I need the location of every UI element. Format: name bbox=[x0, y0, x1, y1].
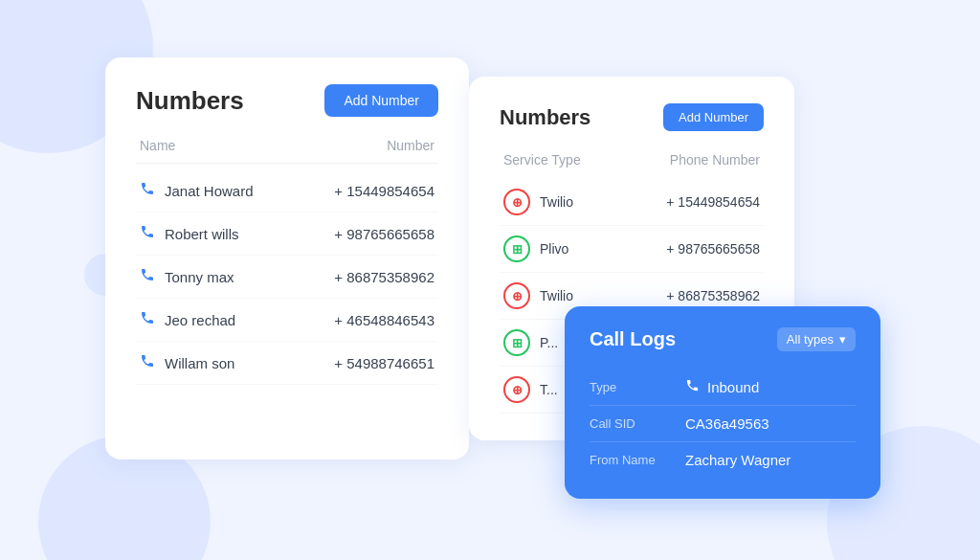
service-type-icon: ⊞ bbox=[503, 329, 530, 356]
call-logs-card: Call Logs All types ▾ Type Inbound Call … bbox=[565, 306, 880, 499]
service-number: + 98765665658 bbox=[655, 241, 760, 257]
contact-number: + 46548846543 bbox=[308, 312, 434, 328]
phone-icon bbox=[140, 224, 155, 243]
contact-number: + 86875358962 bbox=[308, 269, 434, 285]
service-number: + 15449854654 bbox=[655, 194, 760, 210]
log-label: Type bbox=[590, 380, 685, 394]
call-log-row: Type Inbound bbox=[590, 369, 856, 406]
chevron-down-icon: ▾ bbox=[839, 332, 846, 347]
log-value: CA36a49563 bbox=[685, 415, 769, 432]
contact-name: Tonny max bbox=[165, 269, 308, 285]
service-type-icon: ⊕ bbox=[503, 189, 530, 215]
table-header-secondary: Service Type Phone Number bbox=[500, 152, 764, 175]
contact-row[interactable]: Robert wills + 98765665658 bbox=[136, 213, 438, 256]
col-header-service-type: Service Type bbox=[503, 152, 657, 168]
contact-number: + 98765665658 bbox=[308, 226, 434, 242]
phone-icon bbox=[140, 181, 155, 200]
log-value: Zachary Wagner bbox=[685, 452, 791, 468]
card-secondary-header: Numbers Add Number bbox=[500, 103, 764, 131]
contact-number: + 54988746651 bbox=[308, 355, 434, 371]
card-main-title: Numbers bbox=[136, 86, 244, 116]
call-type-filter-dropdown[interactable]: All types ▾ bbox=[777, 327, 856, 351]
contact-name: Willam son bbox=[165, 355, 308, 371]
call-logs-header: Call Logs All types ▾ bbox=[590, 327, 856, 351]
card-secondary-title: Numbers bbox=[500, 105, 590, 130]
col-header-number: Number bbox=[312, 138, 434, 153]
contact-row[interactable]: Tonny max + 86875358962 bbox=[136, 256, 438, 299]
phone-icon bbox=[140, 353, 155, 372]
service-row[interactable]: ⊕ Twilio + 15449854654 bbox=[500, 179, 764, 226]
phone-icon bbox=[140, 310, 155, 329]
dropdown-label: All types bbox=[787, 332, 834, 347]
inbound-label: Inbound bbox=[707, 379, 759, 395]
contact-row[interactable]: Jeo rechad + 46548846543 bbox=[136, 299, 438, 342]
call-logs-title: Call Logs bbox=[590, 328, 676, 350]
add-number-button-main[interactable]: Add Number bbox=[324, 84, 438, 117]
call-log-row: From Name Zachary Wagner bbox=[590, 442, 856, 478]
log-label: Call SID bbox=[590, 416, 685, 431]
add-number-button-secondary[interactable]: Add Number bbox=[663, 103, 764, 131]
phone-icon bbox=[140, 267, 155, 286]
service-type-icon: ⊕ bbox=[503, 376, 530, 403]
col-header-name: Name bbox=[140, 138, 312, 153]
contact-number: + 15449854654 bbox=[308, 183, 434, 199]
main-contact-list: Janat Howard + 15449854654 Robert wills … bbox=[136, 169, 438, 385]
table-header-main: Name Number bbox=[136, 138, 438, 164]
card-main-header: Numbers Add Number bbox=[136, 84, 438, 117]
service-number: + 86875358962 bbox=[655, 288, 760, 303]
call-log-rows: Type Inbound Call SID CA36a49563 From Na… bbox=[590, 369, 856, 478]
log-value-type: Inbound bbox=[685, 378, 759, 395]
service-name: Twilio bbox=[540, 194, 655, 210]
contact-row[interactable]: Janat Howard + 15449854654 bbox=[136, 169, 438, 213]
contact-name: Janat Howard bbox=[165, 183, 308, 199]
call-log-row: Call SID CA36a49563 bbox=[590, 406, 856, 442]
service-row[interactable]: ⊞ Plivo + 98765665658 bbox=[500, 226, 764, 273]
contact-name: Jeo rechad bbox=[165, 312, 308, 328]
contact-name: Robert wills bbox=[165, 226, 308, 242]
service-name: Twilio bbox=[540, 288, 655, 303]
log-label: From Name bbox=[590, 453, 685, 467]
service-name: Plivo bbox=[540, 241, 655, 257]
service-type-icon: ⊞ bbox=[503, 235, 530, 262]
contact-row[interactable]: Willam son + 54988746651 bbox=[136, 342, 438, 385]
service-type-icon: ⊕ bbox=[503, 282, 530, 309]
numbers-card-main: Numbers Add Number Name Number Janat How… bbox=[105, 57, 469, 459]
col-header-phone-number: Phone Number bbox=[657, 152, 760, 168]
inbound-phone-icon bbox=[685, 378, 700, 395]
